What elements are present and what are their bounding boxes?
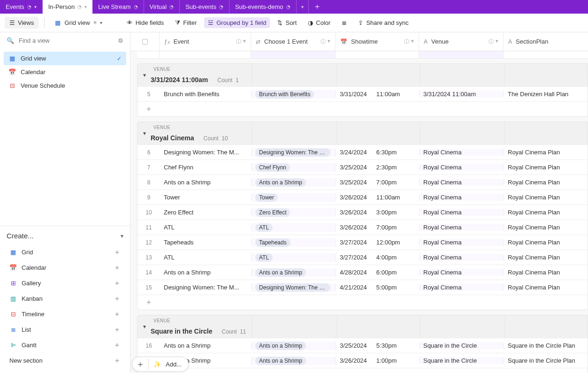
cell-choose-event[interactable]: Ants on a Shrimp: [252, 178, 336, 187]
cell-choose-event[interactable]: Designing Women: The Movi: [252, 148, 336, 157]
group-header[interactable]: ▾ VENUE Square in the Circle Count 11: [137, 315, 588, 338]
linked-record-pill[interactable]: ATL: [255, 223, 273, 232]
share-sync-button[interactable]: ⇪ Share and sync: [354, 17, 412, 28]
cell-showtime[interactable]: 3/25/20247:00pm: [336, 179, 420, 186]
cell-choose-event[interactable]: Brunch with Benefits: [252, 90, 336, 99]
tab-virtual[interactable]: Virtual ◔: [144, 0, 180, 14]
group-header[interactable]: ▾ VENUE 3/31/2024 11:00am Count 1: [137, 64, 588, 86]
column-showtime[interactable]: 📅 Showtime ⓘ▾: [336, 32, 419, 51]
cell-choose-event[interactable]: ATL: [252, 253, 336, 262]
create-header[interactable]: Create... ▾: [7, 232, 123, 240]
cell-sectionplan[interactable]: Royal Cinema Plan: [504, 239, 588, 246]
table-row[interactable]: 5 Brunch with Benefits Brunch with Benef…: [137, 86, 588, 101]
cell-venue[interactable]: Square in the Circle: [420, 357, 504, 364]
cell-venue[interactable]: 3/31/2024 11:00am: [420, 91, 504, 98]
linked-record-pill[interactable]: Zero Effect: [255, 208, 290, 217]
chevron-down-icon[interactable]: ▾: [143, 323, 146, 330]
tab-events[interactable]: Events ◔ ▾: [0, 0, 43, 14]
color-button[interactable]: ◑ Color: [304, 17, 334, 28]
tab-sub-events[interactable]: Sub-events ◔: [180, 0, 229, 14]
add-row[interactable]: ＋: [137, 101, 588, 116]
cell-event[interactable]: Ants on a Shrimp: [160, 342, 252, 349]
cell-showtime[interactable]: 3/26/20247:00pm: [336, 224, 420, 231]
linked-record-pill[interactable]: Ants on a Shrimp: [255, 178, 306, 187]
search-input[interactable]: [19, 37, 113, 44]
cell-sectionplan[interactable]: The Denizen Hall Plan: [504, 91, 588, 98]
cell-venue[interactable]: Royal Cinema: [420, 179, 504, 186]
sidebar-view-item[interactable]: 📅Calendar: [4, 65, 126, 79]
cell-choose-event[interactable]: Zero Effect: [252, 208, 336, 217]
grid-body[interactable]: ▾ VENUE 3/31/2024 11:00am Count 1 5 Brun…: [130, 51, 588, 373]
sidebar-view-item[interactable]: ⊟Venue Schedule: [4, 79, 126, 92]
cell-showtime[interactable]: 3/27/20244:00pm: [336, 254, 420, 261]
cell-sectionplan[interactable]: Square in the Circle Plan: [504, 342, 588, 349]
table-row[interactable]: 12 Tapeheads Tapeheads 3/27/202412:00pm …: [137, 235, 588, 250]
group-button[interactable]: ☱ Grouped by 1 field: [204, 17, 270, 28]
table-row[interactable]: 15 Designing Women: The M... Designing W…: [137, 280, 588, 295]
cell-event[interactable]: Tower: [160, 194, 252, 201]
column-sectionplan[interactable]: A SectionPlan: [504, 32, 588, 51]
cell-sectionplan[interactable]: Royal Cinema Plan: [504, 284, 588, 291]
cell-choose-event[interactable]: Tower: [252, 193, 336, 202]
cell-venue[interactable]: Royal Cinema: [420, 194, 504, 201]
select-all-column[interactable]: [130, 32, 160, 51]
grid-view-selector[interactable]: ▦ Grid view ✳ ▾: [50, 17, 106, 28]
column-venue[interactable]: A Venue ⓘ▾: [419, 32, 504, 51]
create-view-row[interactable]: ⊫Gantt＋: [7, 337, 123, 353]
add-table-button[interactable]: ＋: [309, 0, 326, 14]
cell-event[interactable]: Tapeheads: [160, 239, 252, 246]
create-view-row[interactable]: ⊞Gallery＋: [7, 275, 123, 291]
add-record-button[interactable]: ＋: [136, 358, 149, 370]
cell-sectionplan[interactable]: Royal Cinema Plan: [504, 254, 588, 261]
cell-venue[interactable]: Royal Cinema: [420, 239, 504, 246]
cell-venue[interactable]: Square in the Circle: [420, 342, 504, 349]
linked-record-pill[interactable]: Tower: [255, 193, 278, 202]
table-row[interactable]: 13 ATL ATL 3/27/20244:00pm Royal Cinema …: [137, 250, 588, 265]
cell-venue[interactable]: Royal Cinema: [420, 209, 504, 216]
tab-in-person[interactable]: In-Person ◔ ▾: [43, 0, 92, 14]
create-view-row[interactable]: ≣List＋: [7, 322, 123, 337]
cell-event[interactable]: Designing Women: The M...: [160, 149, 252, 156]
create-view-row[interactable]: 📅Calendar＋: [7, 260, 123, 275]
cell-event[interactable]: Designing Women: The M...: [160, 284, 252, 291]
cell-sectionplan[interactable]: Royal Cinema Plan: [504, 224, 588, 231]
linked-record-pill[interactable]: Designing Women: The Movi: [255, 148, 330, 157]
table-row[interactable]: 11 ATL ATL 3/26/20247:00pm Royal Cinema …: [137, 220, 588, 235]
linked-record-pill[interactable]: Ants on a Shrimp: [255, 268, 306, 277]
gear-icon[interactable]: ⚙: [118, 37, 123, 44]
tab-live-stream[interactable]: Live Stream ◔: [92, 0, 144, 14]
cell-event[interactable]: Chef Flynn: [160, 164, 252, 171]
linked-record-pill[interactable]: Designing Women: The Movi: [255, 283, 330, 292]
cell-showtime[interactable]: 4/28/20246:00pm: [336, 269, 420, 276]
cell-choose-event[interactable]: Chef Flynn: [252, 163, 336, 172]
cell-sectionplan[interactable]: Square in the Circle Plan: [504, 357, 588, 364]
cell-venue[interactable]: Royal Cinema: [420, 149, 504, 156]
table-row[interactable]: 9 Tower Tower 3/26/202411:00am Royal Cin…: [137, 190, 588, 205]
hide-fields-button[interactable]: 👁 Hide fields: [123, 17, 168, 28]
table-row[interactable]: 7 Chef Flynn Chef Flynn 3/25/20242:30pm …: [137, 160, 588, 175]
cell-showtime[interactable]: 4/21/20245:00pm: [336, 284, 420, 291]
cell-event[interactable]: Brunch with Benefits: [160, 91, 252, 98]
cell-event[interactable]: Ants on a Shrimp: [160, 179, 252, 186]
chevron-down-icon[interactable]: ▾: [143, 130, 146, 137]
sort-button[interactable]: ⇅ Sort: [274, 17, 300, 28]
create-view-row[interactable]: ▥Kanban＋: [7, 291, 123, 306]
table-row[interactable]: 10 Zero Effect Zero Effect 3/26/20243:00…: [137, 205, 588, 220]
cell-choose-event[interactable]: Tapeheads: [252, 238, 336, 247]
row-height-button[interactable]: ≣: [338, 17, 351, 28]
cell-event[interactable]: Ants on a Shrimp: [160, 269, 252, 276]
cell-choose-event[interactable]: Ants on a Shrimp: [252, 357, 336, 365]
cell-event[interactable]: ATL: [160, 224, 252, 231]
cell-venue[interactable]: Royal Cinema: [420, 164, 504, 171]
add-row[interactable]: ＋: [137, 295, 588, 310]
new-section-row[interactable]: New section ＋: [7, 353, 123, 368]
cell-showtime[interactable]: 3/25/20242:30pm: [336, 164, 420, 171]
add-label[interactable]: Add...: [166, 361, 182, 368]
cell-sectionplan[interactable]: Royal Cinema Plan: [504, 209, 588, 216]
cell-showtime[interactable]: 3/26/20241:00pm: [336, 357, 420, 364]
cell-showtime[interactable]: 3/25/20245:30pm: [336, 342, 420, 349]
table-row[interactable]: 14 Ants on a Shrimp Ants on a Shrimp 4/2…: [137, 265, 588, 280]
linked-record-pill[interactable]: ATL: [255, 253, 273, 262]
sidebar-view-item[interactable]: ▦Grid view✓: [4, 52, 126, 65]
group-header[interactable]: ▾ VENUE Royal Cinema Count 10: [137, 122, 588, 145]
